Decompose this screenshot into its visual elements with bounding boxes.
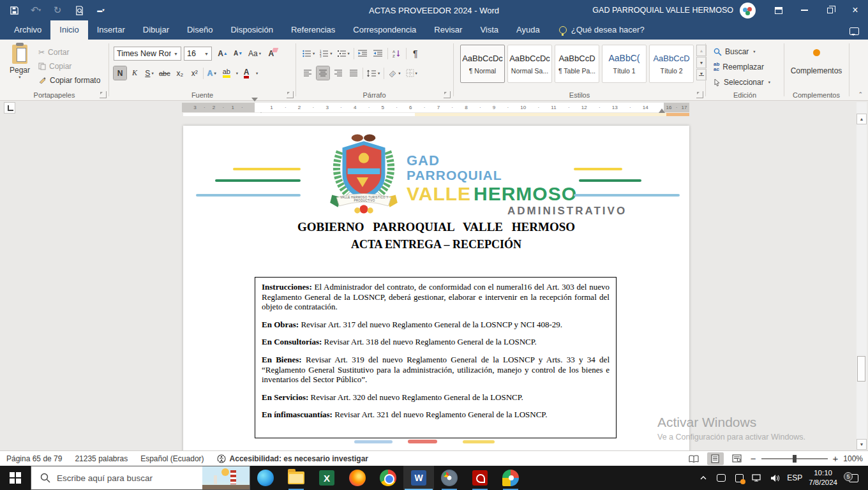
vertical-scrollbar[interactable]: ▲ ▼	[857, 102, 867, 450]
scroll-down-icon[interactable]: ▼	[857, 439, 867, 450]
decrease-indent-button[interactable]	[357, 47, 370, 60]
zoom-slider-thumb[interactable]	[793, 455, 797, 463]
tab-stop-selector[interactable]	[4, 102, 15, 114]
zoom-out-icon[interactable]: −	[751, 453, 756, 464]
minimize-button[interactable]	[791, 0, 817, 20]
tab-dibujar[interactable]: Dibujar	[134, 20, 178, 40]
tray-chevron-icon[interactable]	[698, 472, 709, 484]
account-avatar[interactable]	[740, 3, 756, 19]
addins-button[interactable]: Complementos	[784, 47, 848, 75]
save-icon[interactable]	[8, 4, 20, 17]
change-case-button[interactable]: Aa▾	[247, 47, 262, 60]
zoom-in-icon[interactable]: +	[833, 453, 839, 464]
replace-button[interactable]: abac Reemplazar	[714, 61, 770, 73]
shading-button[interactable]: ▾	[387, 66, 401, 80]
indent-marker-left[interactable]	[251, 101, 264, 113]
taskbar-chrome[interactable]	[373, 466, 403, 490]
tab-inicio[interactable]: Inicio	[50, 20, 87, 40]
close-button[interactable]: ×	[842, 0, 868, 20]
tab-ayuda[interactable]: Ayuda	[507, 20, 549, 40]
sort-button[interactable]: AZ	[391, 47, 403, 60]
taskbar-chrome-remote-desktop[interactable]	[434, 466, 465, 490]
page-indicator[interactable]: Página 65 de 79	[0, 454, 68, 463]
comments-icon[interactable]	[849, 27, 859, 35]
increase-indent-button[interactable]	[372, 47, 385, 60]
tab-diseno[interactable]: Diseño	[178, 20, 221, 40]
highlight-button[interactable]: ab	[220, 66, 233, 80]
restore-button[interactable]	[817, 0, 842, 20]
borders-button[interactable]: ▾	[405, 66, 419, 80]
font-size-combobox[interactable]: 16▼	[184, 47, 212, 61]
ribbon-display-options-button[interactable]	[766, 0, 791, 20]
underline-button[interactable]: S▾	[143, 66, 156, 80]
taskbar-paint[interactable]	[495, 466, 526, 490]
volume-icon[interactable]	[769, 472, 781, 484]
keyboard-language[interactable]: ESP	[787, 473, 802, 482]
sync-status-icon[interactable]	[733, 472, 745, 484]
style-sin-espaciado[interactable]: AaBbCcDc Normal Sa...	[507, 45, 552, 83]
search-highlight-image[interactable]	[202, 466, 250, 489]
clear-formatting-button[interactable]: A	[265, 47, 278, 60]
style-table-paragraph[interactable]: AaBbCcD ¶ Table Pa...	[555, 45, 599, 83]
shrink-font-button[interactable]: A▼	[232, 47, 244, 60]
accessibility-status[interactable]: Accesibilidad: es necesario investigar	[211, 454, 375, 463]
tab-correspondencia[interactable]: Correspondencia	[344, 20, 425, 40]
network-icon[interactable]	[751, 472, 763, 484]
font-color-caret-icon[interactable]: ▾	[256, 71, 258, 76]
justify-button[interactable]	[347, 66, 360, 80]
align-right-button[interactable]	[332, 66, 345, 80]
action-center-button[interactable]: 5	[844, 474, 863, 482]
zoom-level[interactable]: 100%	[843, 454, 863, 463]
estilos-dialog-launcher-icon[interactable]	[696, 91, 703, 98]
font-name-combobox[interactable]: Times New Roma▼	[114, 47, 181, 61]
font-color-button[interactable]: A	[240, 66, 253, 80]
tab-insertar[interactable]: Insertar	[88, 20, 134, 40]
tab-vista[interactable]: Vista	[471, 20, 507, 40]
format-painter-button[interactable]: Copiar formato	[38, 74, 100, 87]
align-left-button[interactable]	[301, 66, 314, 80]
taskbar-file-explorer[interactable]	[281, 466, 311, 490]
web-layout-button[interactable]	[729, 452, 745, 465]
read-mode-button[interactable]	[685, 452, 702, 465]
tell-me-box[interactable]: ¿Qué desea hacer?	[559, 25, 645, 40]
superscript-button[interactable]: x²	[188, 66, 201, 80]
numbering-button[interactable]: 123▾	[318, 47, 333, 60]
taskbar-clock[interactable]: 10:10 7/8/2024	[809, 468, 837, 487]
style-normal[interactable]: AaBbCcDc ¶ Normal	[460, 45, 505, 83]
language-indicator[interactable]: Español (Ecuador)	[134, 454, 210, 463]
taskbar-edge[interactable]	[250, 466, 281, 490]
tab-archivo[interactable]: Archivo	[5, 20, 50, 40]
indent-marker-right[interactable]	[659, 105, 665, 113]
taskbar-firefox[interactable]	[342, 466, 373, 490]
grow-font-button[interactable]: A▲	[216, 47, 229, 60]
word-count[interactable]: 21235 palabras	[68, 454, 134, 463]
style-titulo-2[interactable]: AaBbCcD Título 2	[649, 45, 694, 83]
taskbar-word-active[interactable]: W	[403, 466, 434, 490]
subscript-button[interactable]: x₂	[174, 66, 186, 80]
show-marks-button[interactable]: ¶	[409, 47, 422, 60]
document-page[interactable]: VALLE HERMOSO TURISTICO Y PRODUCTIVO GAD…	[183, 126, 689, 450]
scroll-up-icon[interactable]: ▲	[857, 114, 867, 124]
select-button[interactable]: Seleccionar▾	[714, 76, 770, 89]
find-button[interactable]: Buscar▾	[714, 45, 770, 58]
strikethrough-button[interactable]: abc	[158, 66, 172, 80]
touch-keyboard-icon[interactable]	[715, 472, 727, 484]
taskbar-search[interactable]: Escribe aquí para buscar	[31, 466, 250, 490]
taskbar-acrobat[interactable]	[465, 466, 495, 490]
style-titulo-1[interactable]: AaBbC( Título 1	[602, 45, 647, 83]
portapapeles-dialog-launcher-icon[interactable]	[100, 91, 107, 98]
italic-button[interactable]: K	[128, 66, 141, 80]
customize-qat-icon[interactable]: ▬▾	[94, 4, 107, 17]
parrafo-dialog-launcher-icon[interactable]	[444, 91, 451, 98]
scrollbar-thumb[interactable]	[857, 356, 865, 382]
print-layout-button[interactable]	[707, 452, 724, 465]
collapse-ribbon-icon[interactable]: ⌃	[858, 91, 863, 98]
tab-disposicion[interactable]: Disposición	[221, 20, 281, 40]
bullets-button[interactable]: ▾	[301, 47, 316, 60]
print-preview-icon[interactable]	[73, 4, 86, 17]
line-spacing-button[interactable]: ▾	[366, 66, 381, 80]
bold-button[interactable]: N	[114, 66, 126, 80]
fuente-dialog-launcher-icon[interactable]	[287, 91, 294, 98]
paste-button[interactable]: Pegar ▾	[6, 45, 33, 80]
taskbar-excel[interactable]: X	[311, 466, 342, 490]
